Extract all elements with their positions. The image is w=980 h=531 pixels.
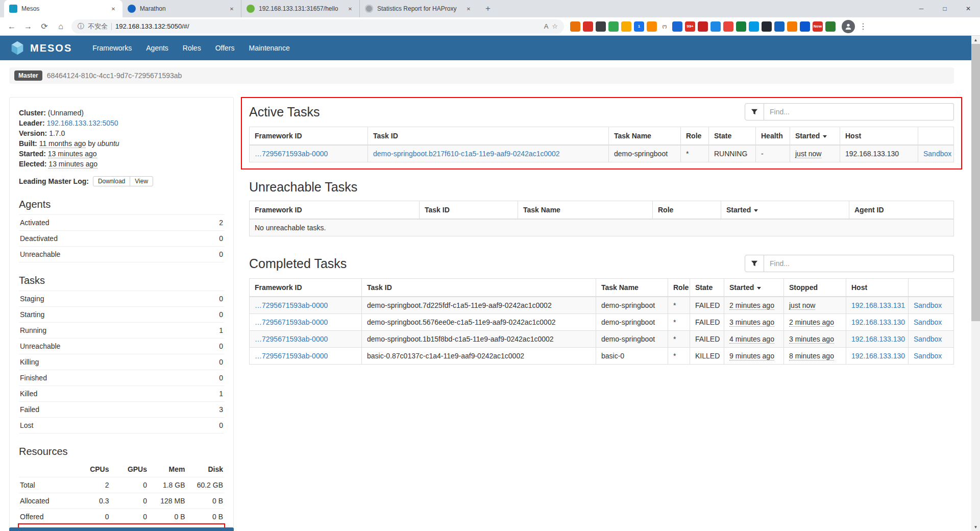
task-name: basic-0: [596, 348, 668, 365]
nav-agents[interactable]: Agents: [139, 44, 176, 52]
tab-haproxy[interactable]: Statistics Report for HAProxy ✕: [359, 0, 478, 17]
home-button[interactable]: ⌂: [53, 19, 68, 34]
filter-button[interactable]: [745, 255, 764, 272]
forward-button[interactable]: →: [20, 19, 36, 34]
col-task-id[interactable]: Task ID: [362, 279, 596, 297]
col-framework-id[interactable]: Framework ID: [250, 279, 362, 297]
extension-icon[interactable]: [800, 21, 810, 32]
scrollbar-thumb[interactable]: [971, 44, 980, 321]
view-log-button[interactable]: View: [130, 176, 153, 186]
new-tab-button[interactable]: +: [481, 2, 495, 16]
extension-icon[interactable]: [608, 21, 619, 32]
host-link[interactable]: 192.168.133.131: [851, 301, 905, 309]
extension-icon[interactable]: [774, 21, 785, 32]
extension-icon[interactable]: New: [813, 21, 823, 32]
col-started[interactable]: Started: [721, 201, 849, 220]
col-host[interactable]: Host: [840, 127, 918, 146]
active-tasks-find-input[interactable]: [764, 103, 954, 120]
tab-hello[interactable]: 192.168.133.131:31657/hello ✕: [241, 0, 359, 17]
tab-mesos[interactable]: Mesos ✕: [4, 0, 122, 17]
extension-icon[interactable]: [672, 21, 682, 32]
task-id-link[interactable]: demo-springboot.b217f610-c1a5-11e9-aaf9-…: [373, 150, 560, 158]
tab-close-icon[interactable]: ✕: [464, 5, 473, 13]
bookmark-star-icon[interactable]: ☆: [552, 22, 558, 30]
col-started[interactable]: Started: [724, 279, 784, 297]
sandbox-link[interactable]: Sandbox: [914, 352, 942, 360]
sandbox-link[interactable]: Sandbox: [914, 335, 942, 343]
framework-link[interactable]: …7295671593ab-0000: [255, 352, 328, 360]
framework-link[interactable]: …7295671593ab-0000: [255, 301, 328, 309]
sandbox-link[interactable]: Sandbox: [914, 301, 942, 309]
col-task-name[interactable]: Task Name: [518, 201, 653, 220]
tab-close-icon[interactable]: ✕: [109, 5, 117, 13]
back-button[interactable]: ←: [4, 19, 19, 34]
scroll-down-icon[interactable]: ▼: [971, 523, 980, 531]
page-scrollbar[interactable]: ▲ ▼: [971, 36, 980, 531]
extension-icon[interactable]: [710, 21, 721, 32]
tab-marathon[interactable]: Marathon ✕: [122, 0, 241, 17]
extension-icon[interactable]: [736, 21, 746, 32]
translate-icon[interactable]: A: [544, 22, 549, 30]
sandbox-link[interactable]: Sandbox: [914, 318, 942, 326]
col-framework-id[interactable]: Framework ID: [250, 201, 420, 220]
url-text[interactable]: 192.168.133.132:5050/#/: [115, 22, 541, 30]
col-started[interactable]: Started: [790, 127, 840, 146]
filter-button[interactable]: [745, 103, 764, 120]
extension-icon[interactable]: 1: [634, 21, 644, 32]
extension-icon[interactable]: [825, 21, 836, 32]
task-role: *: [681, 145, 709, 162]
extension-icon[interactable]: [762, 21, 772, 32]
info-icon[interactable]: ⓘ: [78, 22, 84, 31]
nav-roles[interactable]: Roles: [176, 44, 208, 52]
col-role[interactable]: Role: [653, 201, 721, 220]
col-state[interactable]: State: [690, 279, 724, 297]
extension-icon[interactable]: (*): [659, 21, 670, 32]
sandbox-link[interactable]: Sandbox: [923, 150, 951, 158]
col-state[interactable]: State: [709, 127, 756, 146]
reload-button[interactable]: ⟳: [37, 19, 52, 34]
nav-maintenance[interactable]: Maintenance: [242, 44, 297, 52]
extension-icon[interactable]: [621, 21, 631, 32]
leader-link[interactable]: 192.168.133.132:5050: [46, 119, 118, 127]
host-link[interactable]: 192.168.133.130: [851, 318, 905, 326]
extension-icon[interactable]: [596, 21, 606, 32]
scroll-up-icon[interactable]: ▲: [971, 36, 980, 44]
framework-link[interactable]: …7295671593ab-0000: [255, 335, 328, 343]
framework-link[interactable]: …7295671593ab-0000: [255, 150, 328, 158]
tab-close-icon[interactable]: ✕: [346, 5, 354, 13]
col-host[interactable]: Host: [846, 279, 909, 297]
extension-icon[interactable]: [583, 21, 593, 32]
extension-icon[interactable]: [698, 21, 708, 32]
col-task-name[interactable]: Task Name: [609, 127, 681, 146]
nav-offers[interactable]: Offers: [208, 44, 242, 52]
col-health[interactable]: Health: [756, 127, 790, 146]
host-link[interactable]: 192.168.133.130: [851, 352, 905, 360]
col-role[interactable]: Role: [681, 127, 709, 146]
nav-frameworks[interactable]: Frameworks: [85, 44, 139, 52]
extension-icon[interactable]: [723, 21, 733, 32]
framework-link[interactable]: …7295671593ab-0000: [255, 318, 328, 326]
col-task-name[interactable]: Task Name: [596, 279, 668, 297]
col-agent-id[interactable]: Agent ID: [849, 201, 954, 220]
completed-tasks-find-input[interactable]: [764, 255, 954, 272]
minimize-button[interactable]: ─: [910, 0, 933, 17]
close-button[interactable]: ✕: [957, 0, 980, 17]
col-stopped[interactable]: Stopped: [784, 279, 846, 297]
browser-menu-icon[interactable]: ⋮: [857, 21, 869, 31]
col-task-id[interactable]: Task ID: [368, 127, 609, 146]
col-framework-id[interactable]: Framework ID: [250, 127, 368, 146]
host-link[interactable]: 192.168.133.130: [851, 335, 905, 343]
mesos-logo[interactable]: MESOS: [9, 40, 72, 56]
download-log-button[interactable]: Download: [93, 176, 130, 186]
extension-icon[interactable]: [787, 21, 797, 32]
col-task-id[interactable]: Task ID: [420, 201, 518, 220]
tab-close-icon[interactable]: ✕: [228, 5, 236, 13]
col-role[interactable]: Role: [668, 279, 690, 297]
extension-icon[interactable]: [647, 21, 657, 32]
maximize-button[interactable]: □: [933, 0, 957, 17]
address-bar[interactable]: ⓘ 不安全 192.168.133.132:5050/#/ A ☆: [71, 19, 564, 34]
extension-icon[interactable]: [570, 21, 580, 32]
profile-avatar[interactable]: [842, 20, 855, 33]
extension-icon[interactable]: 99+: [685, 21, 695, 32]
extension-icon[interactable]: [749, 21, 759, 32]
